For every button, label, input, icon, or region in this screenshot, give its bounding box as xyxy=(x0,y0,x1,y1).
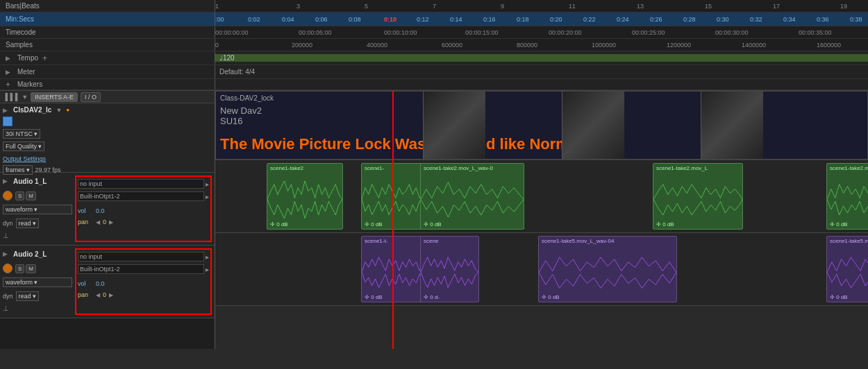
time-mark-26: 0:26 xyxy=(650,16,662,23)
audio1-record-button[interactable] xyxy=(3,191,12,200)
audio2-input-icon[interactable]: ▸ xyxy=(206,253,209,261)
audio1-waveform-3 xyxy=(421,174,524,225)
video-quality-dropdown[interactable]: Full Quality ▾ xyxy=(3,141,44,151)
audio2-expand[interactable]: ▶ xyxy=(3,250,8,257)
audio2-pan-value[interactable]: 0 xyxy=(103,291,106,298)
tempo-add-button[interactable]: + xyxy=(42,53,47,63)
audio2-vol-value[interactable]: 0.0 xyxy=(96,280,115,287)
markers-add-button[interactable]: + xyxy=(6,80,10,89)
video-blue-button[interactable] xyxy=(3,117,12,126)
bar-mark-11: 11 xyxy=(569,3,576,10)
audio2-input-dropdown[interactable]: no input xyxy=(78,252,204,261)
audio1-output-icon[interactable]: ▸ xyxy=(206,193,209,200)
audio2-read-dropdown[interactable]: read ▾ xyxy=(16,291,39,301)
inserts-ae-tab[interactable]: INSERTS A-E xyxy=(31,92,78,102)
video-track-control: ▶ ClsDAV2_lc ▼ ● 30i NTSC ▾ Full Quality… xyxy=(0,103,215,173)
audio2-clip-3-label: scene1-take5.mov_L_wav-04 xyxy=(542,238,615,244)
min-secs-track[interactable]: :00 0:02 0:04 0:06 0:08 0:10 0:12 0:14 0… xyxy=(215,12,868,26)
video-clip-main[interactable]: Class-DAV2_lock New Dav2 SU16 The Movie … xyxy=(215,91,868,160)
audio1-sm-buttons: S M xyxy=(15,191,36,200)
audio2-solo-button[interactable]: S xyxy=(15,264,24,273)
bars-marks: 1 3 5 7 9 11 13 15 17 19 xyxy=(215,0,868,12)
audio1-inserts-panel: no input ▸ Built-inOtpt1-2 ▸ vol 0.0 pan… xyxy=(75,175,212,242)
audio2-clip-3[interactable]: scene1-take5.mov_L_wav-04 ✢ 0 dB xyxy=(538,236,677,302)
audio1-vol-value[interactable]: 0.0 xyxy=(96,207,115,214)
audio1-solo-button[interactable]: S xyxy=(15,191,24,200)
audio1-track-control: ▶ Audio 1_L S M waveform ▾ xyxy=(0,173,215,246)
audio1-clip-2[interactable]: scene1- ✢ 0 dB xyxy=(361,163,424,230)
audio1-mute-button[interactable]: M xyxy=(26,191,36,200)
tempo-row: ▶ Tempo + ♩120 xyxy=(0,51,868,65)
audio2-output-dropdown[interactable]: Built-inOtpt1-2 xyxy=(78,264,204,274)
samples-track[interactable]: 0 200000 400000 600000 800000 1000000 12… xyxy=(215,39,868,51)
video-thumb-3 xyxy=(701,92,763,159)
timecode-track[interactable]: 00:00:00:00 00:00:05:00 00:00:10:00 00:0… xyxy=(215,26,868,38)
time-mark-36: 0:36 xyxy=(817,16,829,23)
io-tab[interactable]: I / O xyxy=(81,92,101,102)
tc-10: 00:00:10:00 xyxy=(384,29,417,36)
audio2-read-value: read xyxy=(19,293,31,300)
frames-value: frames xyxy=(6,166,25,173)
video-clip-subtitle: New Dav2 SU16 xyxy=(220,105,262,126)
audio1-read-dropdown[interactable]: read ▾ xyxy=(16,218,39,228)
sample-marks: 0 200000 400000 600000 800000 1000000 12… xyxy=(215,39,868,51)
time-mark-6: 0:06 xyxy=(315,16,328,23)
audio2-clip-2[interactable]: scene ✢ 0 d- xyxy=(420,236,479,302)
audio2-vol-label: vol xyxy=(78,280,93,287)
audio1-input-icon[interactable]: ▸ xyxy=(206,180,209,188)
tempo-expand-icon[interactable]: ▶ xyxy=(6,55,10,62)
video-quality-row: Full Quality ▾ xyxy=(3,141,212,151)
video-format-value: 30i NTSC xyxy=(6,130,33,137)
bars-beats-track[interactable]: 1 3 5 7 9 11 13 15 17 19 xyxy=(215,0,868,12)
time-mark-32: 0:32 xyxy=(750,16,762,23)
video-track-arrow[interactable]: ▼ xyxy=(56,107,62,114)
audio2-dyn-row: dyn read ▾ xyxy=(3,291,72,301)
frames-dropdown[interactable]: frames ▾ xyxy=(3,165,33,175)
time-mark-14: 0:14 xyxy=(450,16,462,23)
audio1-waveform-2 xyxy=(362,174,423,225)
audio2-waveform-dropdown[interactable]: waveform ▾ xyxy=(3,277,72,287)
meter-expand-icon[interactable]: ▶ xyxy=(6,69,10,76)
audio1-input-dropdown[interactable]: no input xyxy=(78,179,204,189)
audio1-expand[interactable]: ▶ xyxy=(3,178,8,184)
video-format-dropdown[interactable]: 30i NTSC ▾ xyxy=(3,129,40,139)
bar-mark-19: 19 xyxy=(840,3,847,10)
thumb-3-bg xyxy=(701,92,763,159)
audio1-bottom-icon: ⊥ xyxy=(3,231,72,239)
timecode-row: Timecode 00:00:00:00 00:00:05:00 00:00:1… xyxy=(0,26,868,39)
timecode-marks: 00:00:00:00 00:00:05:00 00:00:10:00 00:0… xyxy=(215,26,868,38)
audio1-clip-3[interactable]: scene1-take2.mov_L_wav-0 ✢ 0 dB xyxy=(420,163,524,230)
audio1-waveform-value: waveform xyxy=(6,206,33,213)
video-track-expand[interactable]: ▶ xyxy=(3,107,8,114)
audio2-name-row: ▶ Audio 2_L xyxy=(3,248,72,259)
track-col-icon: ▐▐▐ xyxy=(3,93,17,101)
audio2-track-left: ▶ Audio 2_L S M waveform ▾ xyxy=(3,248,72,315)
audio1-waveform-dropdown[interactable]: waveform ▾ xyxy=(3,205,72,214)
audio2-clip-1[interactable]: scene1-t- ✢ 0 dB xyxy=(361,236,427,302)
sample-800k: 800000 xyxy=(517,42,537,49)
video-track-active-dot: ● xyxy=(66,107,69,113)
audio1-vol-label: vol xyxy=(78,207,93,214)
time-mark-20: 0:20 xyxy=(550,16,562,23)
audio2-waveform-1 xyxy=(362,247,426,298)
audio2-waveform-4 xyxy=(827,247,868,298)
audio1-clip-4[interactable]: scene1-take2.mov_L ✢ 0 dB xyxy=(653,163,743,230)
audio2-clip-4[interactable]: scene1-take5.m- ✢ 0 dB xyxy=(826,236,868,302)
output-settings-link[interactable]: Output Settings xyxy=(3,155,46,162)
audio2-pan-row: pan ◀ 0 ▶ xyxy=(78,290,209,300)
audio2-output-icon[interactable]: ▸ xyxy=(206,266,209,273)
audio1-output-dropdown[interactable]: Built-inOtpt1-2 xyxy=(78,191,204,201)
audio1-clip-5[interactable]: scene1-take2.mov_L ✢ 0 dB xyxy=(826,163,868,230)
audio1-read-arrow: ▾ xyxy=(33,220,36,227)
audio2-record-button[interactable] xyxy=(3,264,12,273)
audio1-clip-1[interactable]: scene1-take2 ✢ 0 dB xyxy=(267,163,343,230)
audio1-pan-value[interactable]: 0 xyxy=(103,218,106,225)
audio2-pan-label: pan xyxy=(78,291,93,298)
audio2-mute-button[interactable]: M xyxy=(26,264,36,273)
tc-30: 00:00:30:00 xyxy=(715,29,749,36)
clip-su16: SU16 xyxy=(220,116,243,126)
time-mark-22: 0:22 xyxy=(583,16,596,23)
time-mark-30: 0:30 xyxy=(717,16,729,23)
audio1-waveform-arrow: ▾ xyxy=(34,206,37,213)
audio2-clip-4-db: ✢ 0 dB xyxy=(830,294,848,300)
